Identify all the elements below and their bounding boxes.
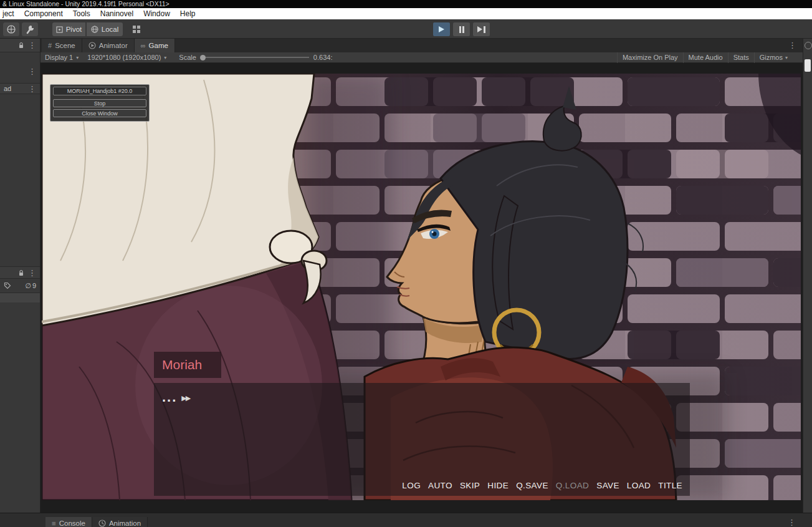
window-title-bar: & Linux Standalone - Unity 2019.4.19f1 P…: [0, 0, 812, 8]
kebab-menu-icon[interactable]: ⋮: [28, 269, 36, 277]
tab-game[interactable]: ∞ Game: [135, 39, 175, 52]
menu-naninovel[interactable]: Naninovel: [100, 9, 133, 18]
continue-arrows-icon: ▶▶: [181, 394, 189, 402]
stats-button[interactable]: Stats: [728, 52, 754, 63]
tab-animator[interactable]: Animator: [82, 39, 135, 52]
close-window-button[interactable]: Close Window: [53, 109, 146, 117]
quick-load-button[interactable]: Q.LOAD: [556, 481, 589, 490]
step-button[interactable]: [473, 22, 490, 36]
menu-tools[interactable]: Tools: [73, 9, 90, 18]
step-icon: [477, 26, 482, 32]
window-title: & Linux Standalone - Unity 2019.4.19f1 P…: [2, 0, 170, 7]
title-button[interactable]: TITLE: [658, 481, 682, 490]
panel-header-row: ⋮: [0, 66, 40, 76]
maximize-on-play-button[interactable]: Maximize On Play: [617, 52, 683, 63]
local-toggle-button[interactable]: Local: [87, 22, 123, 36]
view-tab-strip: # Scene Animator ∞ Game ⋮: [41, 39, 803, 52]
lock-icon[interactable]: [18, 269, 24, 276]
menu-window[interactable]: Window: [143, 9, 170, 18]
dialogue-control-menu: LOG AUTO SKIP HIDE Q.SAVE Q.LOAD SAVE LO…: [402, 481, 682, 490]
vertical-scrollbar-thumb[interactable]: [805, 59, 811, 72]
text-waiting-indicator: ...▶▶: [162, 392, 189, 404]
hide-button[interactable]: HIDE: [487, 481, 509, 490]
tag-icon[interactable]: [4, 282, 11, 289]
tab-animation[interactable]: Animation: [92, 517, 148, 527]
left-sidebar: ⋮ ⋮ ad ⋮ ⋮ ∅ 9: [0, 39, 41, 513]
clock-icon: [98, 520, 106, 527]
save-button[interactable]: SAVE: [596, 481, 619, 490]
tab-console[interactable]: ≡ Console: [45, 517, 92, 527]
play-icon: [439, 26, 444, 32]
skip-button[interactable]: SKIP: [460, 481, 480, 490]
clipped-tab-row: ad ⋮: [0, 83, 40, 94]
menu-help[interactable]: Help: [180, 9, 196, 18]
grid-icon: [132, 25, 141, 34]
menu-bar: ject Component Tools Naninovel Window He…: [0, 8, 812, 19]
pivot-icon: [56, 26, 63, 33]
kebab-menu-icon[interactable]: ⋮: [28, 41, 36, 49]
pivot-toggle-button[interactable]: Pivot: [52, 22, 86, 36]
hidden-objects-icon[interactable]: ∅: [25, 282, 31, 290]
bottom-panel-kebab-icon[interactable]: ⋮: [788, 518, 796, 526]
scale-value: 0.634:: [309, 52, 337, 63]
local-label: Local: [102, 26, 119, 33]
transform-gizmo-tool-button[interactable]: [3, 22, 19, 36]
chevron-down-icon: ▾: [76, 55, 79, 60]
tab-scene[interactable]: # Scene: [42, 39, 82, 52]
scale-slider-knob[interactable]: [200, 55, 206, 60]
tab-strip-kebab-icon[interactable]: ⋮: [788, 41, 796, 49]
wrench-icon: [25, 24, 35, 34]
right-edge-strip: [803, 39, 812, 513]
kebab-menu-icon[interactable]: ⋮: [28, 67, 36, 75]
game-icon: ∞: [141, 42, 146, 49]
main-toolbar: Pivot Local: [0, 19, 812, 39]
play-button[interactable]: [433, 22, 450, 36]
log-button[interactable]: LOG: [402, 481, 421, 490]
account-icon[interactable]: [805, 42, 812, 49]
console-icon: ≡: [52, 520, 56, 527]
chevron-down-icon: ▾: [785, 55, 788, 60]
animator-icon: [88, 42, 96, 49]
hidden-objects-count: 9: [32, 282, 36, 289]
game-toolbar-right-group: Maximize On Play Mute Audio Stats Gizmos…: [617, 52, 793, 63]
scale-slider-track[interactable]: [204, 57, 309, 58]
resolution-dropdown[interactable]: 1920*1080 (1920x1080) ▾: [83, 52, 171, 63]
menu-component[interactable]: Component: [24, 9, 63, 18]
stop-button[interactable]: Stop: [53, 99, 146, 107]
chevron-down-icon: ▾: [164, 55, 166, 60]
scale-slider[interactable]: [200, 55, 309, 60]
quick-save-button[interactable]: Q.SAVE: [516, 481, 548, 490]
game-view: MORIAH_Handjob1 #20.0 Stop Close Window …: [41, 63, 803, 513]
grid-snapping-button[interactable]: [128, 22, 145, 36]
hierarchy-panel-header: ⋮: [0, 39, 40, 52]
speaker-name-label: Moriah: [154, 352, 221, 378]
mute-audio-button[interactable]: Mute Audio: [683, 52, 728, 63]
menu-project[interactable]: ject: [2, 9, 14, 18]
debug-window-title: MORIAH_Handjob1 #20.0: [53, 87, 146, 95]
panel-header-row: ⋮: [0, 266, 40, 279]
unity-editor-window: & Linux Standalone - Unity 2019.4.19f1 P…: [0, 0, 812, 527]
load-button[interactable]: LOAD: [627, 481, 651, 490]
list-header-row: [0, 293, 40, 302]
filter-row: ∅ 9: [0, 280, 40, 291]
gizmos-dropdown[interactable]: Gizmos ▾: [754, 52, 793, 63]
pause-icon: [459, 26, 461, 33]
scale-label: Scale: [174, 52, 196, 63]
display-dropdown[interactable]: Display 1 ▾: [41, 52, 83, 63]
lock-icon[interactable]: [18, 42, 24, 49]
bottom-panel: ≡ Console Animation ⋮: [0, 513, 812, 527]
pause-button[interactable]: [453, 22, 470, 36]
kebab-menu-icon[interactable]: ⋮: [28, 85, 36, 93]
naninovel-debug-window: MORIAH_Handjob1 #20.0 Stop Close Window: [50, 84, 150, 122]
globe-icon: [91, 26, 98, 33]
scene-icon: #: [48, 42, 52, 49]
dialogue-box[interactable]: ...▶▶ LOG AUTO SKIP HIDE Q.SAVE Q.LOAD S…: [154, 383, 690, 496]
pivot-label: Pivot: [66, 26, 82, 33]
auto-button[interactable]: AUTO: [428, 481, 452, 490]
clipped-tab-label[interactable]: ad: [4, 85, 11, 92]
game-view-toolbar: Display 1 ▾ 1920*1080 (1920x1080) ▾ Scal…: [41, 52, 803, 63]
playback-controls: [433, 22, 490, 36]
custom-tools-button[interactable]: [22, 22, 38, 36]
gizmo-sphere-icon: [6, 24, 16, 34]
